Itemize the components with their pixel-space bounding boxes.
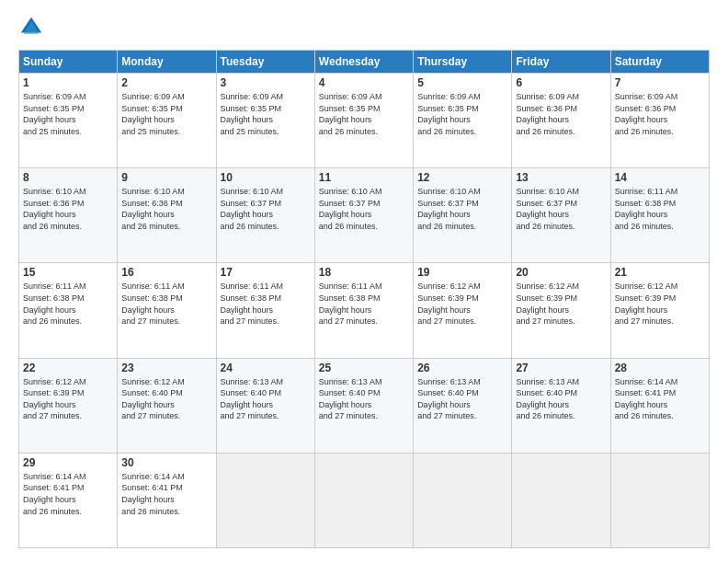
cell-info: Sunrise: 6:13 AM Sunset: 6:40 PM Dayligh…	[417, 376, 507, 422]
col-header-wednesday: Wednesday	[314, 51, 413, 74]
col-header-friday: Friday	[512, 51, 610, 74]
cell-info: Sunrise: 6:09 AM Sunset: 6:36 PM Dayligh…	[615, 91, 705, 137]
day-number: 27	[516, 362, 606, 374]
calendar-cell: 12 Sunrise: 6:10 AM Sunset: 6:37 PM Dayl…	[414, 168, 512, 263]
cell-info: Sunrise: 6:10 AM Sunset: 6:36 PM Dayligh…	[23, 186, 113, 232]
calendar-cell: 1 Sunrise: 6:09 AM Sunset: 6:35 PM Dayli…	[19, 74, 118, 168]
cell-info: Sunrise: 6:10 AM Sunset: 6:37 PM Dayligh…	[319, 186, 409, 232]
calendar-cell: 23 Sunrise: 6:12 AM Sunset: 6:40 PM Dayl…	[118, 358, 216, 453]
cell-info: Sunrise: 6:10 AM Sunset: 6:36 PM Dayligh…	[121, 186, 211, 232]
logo	[18, 15, 48, 40]
cell-info: Sunrise: 6:11 AM Sunset: 6:38 PM Dayligh…	[615, 186, 705, 232]
cell-info: Sunrise: 6:11 AM Sunset: 6:38 PM Dayligh…	[319, 281, 409, 327]
cell-info: Sunrise: 6:09 AM Sunset: 6:35 PM Dayligh…	[319, 91, 409, 137]
day-number: 16	[121, 266, 211, 279]
col-header-sunday: Sunday	[19, 51, 118, 74]
cell-info: Sunrise: 6:14 AM Sunset: 6:41 PM Dayligh…	[23, 471, 113, 517]
day-number: 11	[319, 171, 409, 184]
cell-info: Sunrise: 6:14 AM Sunset: 6:41 PM Dayligh…	[121, 471, 211, 517]
calendar-cell: 25 Sunrise: 6:13 AM Sunset: 6:40 PM Dayl…	[314, 358, 413, 453]
day-number: 22	[23, 362, 113, 374]
col-header-tuesday: Tuesday	[216, 51, 314, 74]
calendar-week-5: 29 Sunrise: 6:14 AM Sunset: 6:41 PM Dayl…	[19, 453, 710, 547]
day-number: 25	[319, 362, 409, 374]
day-number: 23	[121, 362, 211, 374]
calendar-cell: 22 Sunrise: 6:12 AM Sunset: 6:39 PM Dayl…	[19, 358, 118, 453]
calendar-week-2: 8 Sunrise: 6:10 AM Sunset: 6:36 PM Dayli…	[19, 168, 710, 263]
calendar-cell	[512, 453, 610, 547]
day-number: 24	[221, 362, 311, 374]
calendar-cell	[216, 453, 314, 547]
cell-info: Sunrise: 6:11 AM Sunset: 6:38 PM Dayligh…	[121, 281, 211, 327]
day-number: 21	[615, 266, 705, 279]
page: SundayMondayTuesdayWednesdayThursdayFrid…	[0, 0, 728, 563]
day-number: 1	[23, 76, 113, 89]
day-number: 30	[121, 456, 211, 469]
cell-info: Sunrise: 6:10 AM Sunset: 6:37 PM Dayligh…	[417, 186, 507, 232]
calendar-cell: 28 Sunrise: 6:14 AM Sunset: 6:41 PM Dayl…	[610, 358, 709, 453]
calendar-cell: 26 Sunrise: 6:13 AM Sunset: 6:40 PM Dayl…	[414, 358, 512, 453]
calendar-cell: 24 Sunrise: 6:13 AM Sunset: 6:40 PM Dayl…	[216, 358, 314, 453]
cell-info: Sunrise: 6:11 AM Sunset: 6:38 PM Dayligh…	[221, 281, 311, 327]
day-number: 18	[319, 266, 409, 279]
calendar-cell: 10 Sunrise: 6:10 AM Sunset: 6:37 PM Dayl…	[216, 168, 314, 263]
day-number: 9	[121, 171, 211, 184]
calendar-cell: 20 Sunrise: 6:12 AM Sunset: 6:39 PM Dayl…	[512, 263, 610, 358]
day-number: 20	[516, 266, 606, 279]
calendar-cell: 13 Sunrise: 6:10 AM Sunset: 6:37 PM Dayl…	[512, 168, 610, 263]
calendar-cell	[414, 453, 512, 547]
calendar-cell: 8 Sunrise: 6:10 AM Sunset: 6:36 PM Dayli…	[19, 168, 118, 263]
header	[18, 15, 710, 40]
cell-info: Sunrise: 6:09 AM Sunset: 6:36 PM Dayligh…	[516, 91, 606, 137]
cell-info: Sunrise: 6:10 AM Sunset: 6:37 PM Dayligh…	[221, 186, 311, 232]
cell-info: Sunrise: 6:12 AM Sunset: 6:39 PM Dayligh…	[23, 376, 113, 422]
day-number: 7	[615, 76, 705, 89]
cell-info: Sunrise: 6:09 AM Sunset: 6:35 PM Dayligh…	[121, 91, 211, 137]
calendar-cell: 2 Sunrise: 6:09 AM Sunset: 6:35 PM Dayli…	[118, 74, 216, 168]
day-number: 29	[23, 456, 113, 469]
calendar-cell: 18 Sunrise: 6:11 AM Sunset: 6:38 PM Dayl…	[314, 263, 413, 358]
col-header-thursday: Thursday	[414, 51, 512, 74]
day-number: 5	[417, 76, 507, 89]
calendar-cell: 7 Sunrise: 6:09 AM Sunset: 6:36 PM Dayli…	[610, 74, 709, 168]
day-number: 4	[319, 76, 409, 89]
calendar-cell	[610, 453, 709, 547]
cell-info: Sunrise: 6:12 AM Sunset: 6:39 PM Dayligh…	[516, 281, 606, 327]
day-number: 17	[221, 266, 311, 279]
col-header-saturday: Saturday	[610, 51, 709, 74]
day-number: 8	[23, 171, 113, 184]
cell-info: Sunrise: 6:14 AM Sunset: 6:41 PM Dayligh…	[615, 376, 705, 422]
calendar-cell: 29 Sunrise: 6:14 AM Sunset: 6:41 PM Dayl…	[19, 453, 118, 547]
calendar-cell: 27 Sunrise: 6:13 AM Sunset: 6:40 PM Dayl…	[512, 358, 610, 453]
cell-info: Sunrise: 6:10 AM Sunset: 6:37 PM Dayligh…	[516, 186, 606, 232]
day-number: 15	[23, 266, 113, 279]
day-number: 3	[221, 76, 311, 89]
calendar-week-4: 22 Sunrise: 6:12 AM Sunset: 6:39 PM Dayl…	[19, 358, 710, 453]
calendar-cell: 19 Sunrise: 6:12 AM Sunset: 6:39 PM Dayl…	[414, 263, 512, 358]
calendar-cell: 6 Sunrise: 6:09 AM Sunset: 6:36 PM Dayli…	[512, 74, 610, 168]
cell-info: Sunrise: 6:09 AM Sunset: 6:35 PM Dayligh…	[417, 91, 507, 137]
day-number: 10	[221, 171, 311, 184]
calendar-week-1: 1 Sunrise: 6:09 AM Sunset: 6:35 PM Dayli…	[19, 74, 710, 168]
calendar-week-3: 15 Sunrise: 6:11 AM Sunset: 6:38 PM Dayl…	[19, 263, 710, 358]
calendar-cell: 3 Sunrise: 6:09 AM Sunset: 6:35 PM Dayli…	[216, 74, 314, 168]
calendar-cell: 11 Sunrise: 6:10 AM Sunset: 6:37 PM Dayl…	[314, 168, 413, 263]
cell-info: Sunrise: 6:09 AM Sunset: 6:35 PM Dayligh…	[221, 91, 311, 137]
day-number: 6	[516, 76, 606, 89]
day-number: 26	[417, 362, 507, 374]
day-number: 13	[516, 171, 606, 184]
cell-info: Sunrise: 6:09 AM Sunset: 6:35 PM Dayligh…	[23, 91, 113, 137]
day-number: 19	[417, 266, 507, 279]
calendar-cell: 30 Sunrise: 6:14 AM Sunset: 6:41 PM Dayl…	[118, 453, 216, 547]
day-number: 14	[615, 171, 705, 184]
calendar-cell: 17 Sunrise: 6:11 AM Sunset: 6:38 PM Dayl…	[216, 263, 314, 358]
calendar-cell	[314, 453, 413, 547]
cell-info: Sunrise: 6:11 AM Sunset: 6:38 PM Dayligh…	[23, 281, 113, 327]
cell-info: Sunrise: 6:13 AM Sunset: 6:40 PM Dayligh…	[516, 376, 606, 422]
cell-info: Sunrise: 6:12 AM Sunset: 6:39 PM Dayligh…	[615, 281, 705, 327]
day-number: 12	[417, 171, 507, 184]
cell-info: Sunrise: 6:12 AM Sunset: 6:40 PM Dayligh…	[121, 376, 211, 422]
cell-info: Sunrise: 6:12 AM Sunset: 6:39 PM Dayligh…	[417, 281, 507, 327]
day-number: 28	[615, 362, 705, 374]
calendar-cell: 15 Sunrise: 6:11 AM Sunset: 6:38 PM Dayl…	[19, 263, 118, 358]
